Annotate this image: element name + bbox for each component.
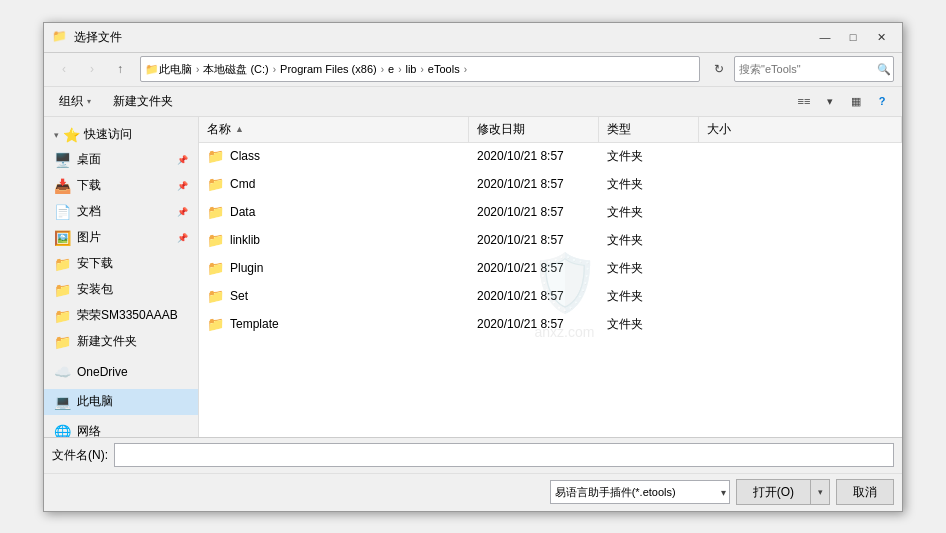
help-button[interactable]: ? — [870, 90, 894, 112]
title-bar: 📁 选择文件 — □ ✕ — [44, 23, 902, 53]
folder-icon: 📁 — [207, 204, 224, 220]
navigation-toolbar: ‹ › ↑ 📁 此电脑 › 本地磁盘 (C:) › Program Files … — [44, 53, 902, 87]
newfolder-label: 新建文件夹 — [77, 333, 188, 350]
sidebar-item-samsung[interactable]: 📁 荣荣SM3350AAAB — [44, 303, 198, 329]
view-controls: ≡≡ ▾ ▦ ? — [792, 90, 894, 112]
samsung-label: 荣荣SM3350AAAB — [77, 307, 188, 324]
table-row[interactable]: 📁 Data 2020/10/21 8:57 文件夹 — [199, 199, 902, 227]
filetype-select[interactable]: 易语言助手插件(*.etools) — [550, 480, 730, 504]
file-column-headers: 名称 ▲ 修改日期 类型 大小 — [199, 117, 902, 143]
dialog-icon: 📁 — [52, 29, 68, 45]
close-button[interactable]: ✕ — [868, 27, 894, 47]
file-name: Data — [230, 205, 255, 219]
andown-icon: 📁 — [54, 256, 71, 272]
table-row[interactable]: 📁 Plugin 2020/10/21 8:57 文件夹 — [199, 255, 902, 283]
up-button[interactable]: ↑ — [108, 57, 132, 81]
breadcrumb-item-etools[interactable]: eTools — [428, 63, 460, 75]
search-input[interactable] — [739, 63, 877, 75]
sidebar-item-desktop[interactable]: 🖥️ 桌面 📌 — [44, 147, 198, 173]
table-row[interactable]: 📁 Cmd 2020/10/21 8:57 文件夹 — [199, 171, 902, 199]
view-dropdown-button[interactable]: ▾ — [818, 90, 842, 112]
sidebar-item-installers[interactable]: 📁 安装包 — [44, 277, 198, 303]
breadcrumb-item-pc[interactable]: 📁 此电脑 — [145, 62, 192, 77]
cancel-button[interactable]: 取消 — [836, 479, 894, 505]
back-button[interactable]: ‹ — [52, 57, 76, 81]
andown-label: 安下载 — [77, 255, 188, 272]
organize-button[interactable]: 组织 ▾ — [52, 90, 98, 112]
filename-bar: 文件名(N): — [44, 437, 902, 473]
sep2: › — [273, 64, 276, 75]
sidebar: ▾ ⭐ 快速访问 🖥️ 桌面 📌 📥 下载 📌 📄 文档 📌 — [44, 117, 199, 437]
network-label: 网络 — [77, 423, 188, 437]
search-box[interactable]: 🔍 — [734, 56, 894, 82]
col-size-header[interactable]: 大小 — [699, 117, 902, 142]
sep3: › — [381, 64, 384, 75]
file-type-cell: 文件夹 — [599, 176, 699, 193]
sidebar-item-pictures[interactable]: 🖼️ 图片 📌 — [44, 225, 198, 251]
address-bar[interactable]: 📁 此电脑 › 本地磁盘 (C:) › Program Files (x86) … — [140, 56, 700, 82]
downloads-icon: 📥 — [54, 178, 71, 194]
thispc-section: 💻 此电脑 — [44, 389, 198, 415]
minimize-button[interactable]: — — [812, 27, 838, 47]
table-row[interactable]: 📁 Template 2020/10/21 8:57 文件夹 — [199, 311, 902, 339]
forward-button[interactable]: › — [80, 57, 104, 81]
new-folder-button[interactable]: 新建文件夹 — [106, 90, 180, 112]
file-name: Set — [230, 289, 248, 303]
sidebar-item-newfolder[interactable]: 📁 新建文件夹 — [44, 329, 198, 355]
file-name: Template — [230, 317, 279, 331]
sidebar-item-network[interactable]: 🌐 网络 — [44, 419, 198, 437]
file-date-cell: 2020/10/21 8:57 — [469, 149, 599, 163]
folder-icon: 📁 — [207, 148, 224, 164]
sidebar-item-documents[interactable]: 📄 文档 📌 — [44, 199, 198, 225]
file-type-cell: 文件夹 — [599, 316, 699, 333]
file-name: Plugin — [230, 261, 263, 275]
col-type-header[interactable]: 类型 — [599, 117, 699, 142]
filetype-wrapper: 易语言助手插件(*.etools) — [550, 480, 730, 504]
sep1: › — [196, 64, 199, 75]
onedrive-label: OneDrive — [77, 365, 188, 379]
file-date-cell: 2020/10/21 8:57 — [469, 317, 599, 331]
thispc-label: 此电脑 — [77, 393, 188, 410]
filename-input[interactable] — [114, 443, 894, 467]
open-button[interactable]: 打开(O) — [736, 479, 810, 505]
expand-icon: ▾ — [54, 130, 59, 140]
sidebar-item-downloads[interactable]: 📥 下载 📌 — [44, 173, 198, 199]
sidebar-item-thispc[interactable]: 💻 此电脑 — [44, 389, 198, 415]
table-row[interactable]: 📁 linklib 2020/10/21 8:57 文件夹 — [199, 227, 902, 255]
file-type-cell: 文件夹 — [599, 148, 699, 165]
sidebar-item-onedrive[interactable]: ☁️ OneDrive — [44, 359, 198, 385]
breadcrumb-item-pf[interactable]: Program Files (x86) — [280, 63, 377, 75]
file-type-cell: 文件夹 — [599, 260, 699, 277]
desktop-icon: 🖥️ — [54, 152, 71, 168]
col-name-header[interactable]: 名称 ▲ — [199, 117, 469, 142]
quick-access-header[interactable]: ▾ ⭐ 快速访问 — [44, 123, 198, 147]
open-dropdown-arrow[interactable]: ▾ — [810, 479, 830, 505]
file-name-cell: 📁 Cmd — [199, 176, 469, 192]
samsung-icon: 📁 — [54, 308, 71, 324]
onedrive-section: ☁️ OneDrive — [44, 359, 198, 385]
sidebar-item-andown[interactable]: 📁 安下载 — [44, 251, 198, 277]
file-date-cell: 2020/10/21 8:57 — [469, 261, 599, 275]
maximize-button[interactable]: □ — [840, 27, 866, 47]
breadcrumb-item-lib[interactable]: lib — [405, 63, 416, 75]
installers-label: 安装包 — [77, 281, 188, 298]
file-name-cell: 📁 linklib — [199, 232, 469, 248]
breadcrumb-item-e[interactable]: e — [388, 63, 394, 75]
folder-icon-pc: 📁 — [145, 63, 159, 76]
table-row[interactable]: 📁 Set 2020/10/21 8:57 文件夹 — [199, 283, 902, 311]
view-details-button[interactable]: ▦ — [844, 90, 868, 112]
bottom-actions: 易语言助手插件(*.etools) 打开(O) ▾ 取消 — [44, 473, 902, 511]
view-list-button[interactable]: ≡≡ — [792, 90, 816, 112]
table-row[interactable]: 📁 Class 2020/10/21 8:57 文件夹 — [199, 143, 902, 171]
file-name: Cmd — [230, 177, 255, 191]
file-name-cell: 📁 Class — [199, 148, 469, 164]
title-bar-left: 📁 选择文件 — [52, 29, 122, 46]
search-icon[interactable]: 🔍 — [877, 63, 891, 76]
refresh-button[interactable]: ↻ — [708, 58, 730, 80]
dialog-title: 选择文件 — [74, 29, 122, 46]
col-date-header[interactable]: 修改日期 — [469, 117, 599, 142]
open-button-group: 打开(O) ▾ — [736, 479, 830, 505]
breadcrumb-item-c[interactable]: 本地磁盘 (C:) — [203, 62, 268, 77]
file-name: Class — [230, 149, 260, 163]
file-type-cell: 文件夹 — [599, 232, 699, 249]
